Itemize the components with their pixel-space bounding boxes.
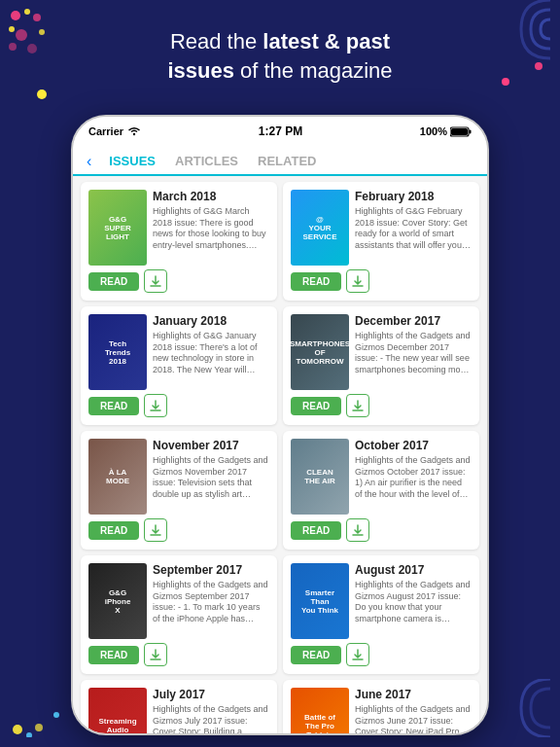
download-icon <box>352 649 364 660</box>
cover-image: G&GiPhoneX <box>88 563 147 639</box>
issue-description: Highlights of the Gadgets and Gizmos Jul… <box>153 704 269 733</box>
issue-cover: SMARTPHONESOF TOMORROW <box>291 314 349 390</box>
read-button[interactable]: READ <box>291 272 341 291</box>
issue-title: January 2018 <box>153 314 269 328</box>
download-button[interactable] <box>346 643 369 666</box>
tab-issues[interactable]: ISSUES <box>99 148 165 176</box>
issue-actions: READ <box>291 269 472 293</box>
issue-info: September 2017 Highlights of the Gadgets… <box>153 563 269 639</box>
issue-info: February 2018 Highlights of G&G February… <box>355 190 472 266</box>
read-button[interactable]: READ <box>88 521 139 540</box>
svg-point-9 <box>13 725 22 734</box>
issue-cover: CLEANTHE AIR <box>291 439 349 515</box>
issue-top: G&GSUPERLIGHT March 2018 Highlights of G… <box>88 190 269 266</box>
issue-title: August 2017 <box>355 563 472 577</box>
issue-description: Highlights of the Gadgets and Gizmos Dec… <box>355 331 472 376</box>
issue-cover: À LAMODE <box>88 439 147 515</box>
issue-description: Highlights of the Gadgets and Gizmos Jun… <box>355 704 472 733</box>
issue-info: October 2017 Highlights of the Gadgets a… <box>355 439 472 515</box>
read-button[interactable]: READ <box>291 521 341 540</box>
issue-top: StreamingAudio July 2017 Highlights of t… <box>88 688 269 733</box>
download-button[interactable] <box>144 269 167 293</box>
download-icon <box>150 649 161 660</box>
download-icon <box>150 400 161 411</box>
accent-dot-left <box>37 89 47 99</box>
status-time: 1:27 PM <box>259 124 302 138</box>
issue-card: SmarterThanYou Think August 2017 Highlig… <box>283 555 479 674</box>
download-icon <box>352 275 364 287</box>
battery-icon <box>450 126 472 137</box>
svg-point-12 <box>133 133 135 135</box>
issue-top: G&GiPhoneX September 2017 Highlights of … <box>88 563 269 639</box>
accent-dot-bl <box>53 712 59 718</box>
svg-point-3 <box>33 14 41 21</box>
issue-actions: READ <box>88 518 269 542</box>
download-button[interactable] <box>346 269 369 293</box>
cover-image: SMARTPHONESOF TOMORROW <box>291 314 349 390</box>
issue-card: @YOURSERVICE February 2018 Highlights of… <box>283 182 479 301</box>
tab-related[interactable]: RELATED <box>248 148 326 174</box>
download-icon <box>352 400 364 411</box>
status-right: 100% <box>420 125 472 137</box>
issue-actions: READ <box>88 643 269 666</box>
issue-cover: G&GiPhoneX <box>88 563 147 639</box>
issue-title: February 2018 <box>355 190 472 203</box>
cover-image: TechTrends2018 <box>88 314 147 390</box>
read-button[interactable]: READ <box>88 272 139 291</box>
download-button[interactable] <box>144 643 167 666</box>
battery-label: 100% <box>420 125 447 137</box>
issue-title: December 2017 <box>355 314 472 328</box>
cover-image: StreamingAudio <box>88 688 147 733</box>
tab-bar: ‹ ISSUES ARTICLES RELATED <box>73 142 487 176</box>
issue-cover: @YOURSERVICE <box>291 190 349 266</box>
issue-top: @YOURSERVICE February 2018 Highlights of… <box>291 190 472 266</box>
header-title: Read the latest & pastissues of the maga… <box>0 27 560 85</box>
issue-row: StreamingAudio July 2017 Highlights of t… <box>81 680 479 733</box>
issue-cover: TechTrends2018 <box>88 314 147 390</box>
issues-list[interactable]: G&GSUPERLIGHT March 2018 Highlights of G… <box>73 176 487 733</box>
issue-description: Highlights of the Gadgets and Gizmos Oct… <box>355 455 472 501</box>
issue-info: January 2018 Highlights of G&G January 2… <box>153 314 269 390</box>
read-button[interactable]: READ <box>291 646 341 664</box>
read-button[interactable]: READ <box>291 397 341 415</box>
carrier-label: Carrier <box>88 125 123 137</box>
issue-title: June 2017 <box>355 688 472 701</box>
download-button[interactable] <box>144 394 167 417</box>
decoration-bottom-right <box>492 679 550 737</box>
cover-image: @YOURSERVICE <box>291 190 349 266</box>
issue-description: Highlights of G&G February 2018 issue: C… <box>355 206 472 252</box>
issue-cover: SmarterThanYou Think <box>291 563 349 639</box>
issue-card: À LAMODE November 2017 Highlights of the… <box>81 431 277 550</box>
issue-card: Battle ofThe ProTablets June 2017 Highli… <box>283 680 479 733</box>
svg-point-1 <box>24 9 30 15</box>
read-button[interactable]: READ <box>88 397 139 415</box>
svg-point-10 <box>26 732 32 737</box>
download-icon <box>352 524 364 536</box>
download-button[interactable] <box>144 518 167 542</box>
issue-actions: READ <box>88 394 269 417</box>
svg-rect-15 <box>451 128 468 135</box>
cover-image: À LAMODE <box>88 439 147 515</box>
issue-description: Highlights of the Gadgets and Gizmos Aug… <box>355 580 472 625</box>
read-button[interactable]: READ <box>88 646 139 664</box>
download-button[interactable] <box>346 518 369 542</box>
phone-mockup: Carrier 1:27 PM 100% ‹ ISS <box>71 115 489 735</box>
issue-row: À LAMODE November 2017 Highlights of the… <box>81 431 479 550</box>
status-left: Carrier <box>88 125 141 137</box>
download-button[interactable] <box>346 394 369 417</box>
issue-title: October 2017 <box>355 439 472 452</box>
issue-top: TechTrends2018 January 2018 Highlights o… <box>88 314 269 390</box>
issue-row: G&GiPhoneX September 2017 Highlights of … <box>81 555 479 674</box>
back-button[interactable]: ‹ <box>87 153 91 170</box>
wifi-icon <box>127 126 141 136</box>
issue-cover: StreamingAudio <box>88 688 147 733</box>
issue-description: Highlights of the Gadgets and Gizmos Nov… <box>153 455 269 501</box>
decoration-bottom-left <box>10 698 49 737</box>
tab-articles[interactable]: ARTICLES <box>165 148 248 174</box>
issue-actions: READ <box>291 643 472 666</box>
issue-info: November 2017 Highlights of the Gadgets … <box>153 439 269 515</box>
issue-top: CLEANTHE AIR October 2017 Highlights of … <box>291 439 472 515</box>
issue-title: September 2017 <box>153 563 269 577</box>
issue-info: July 2017 Highlights of the Gadgets and … <box>153 688 269 733</box>
status-bar: Carrier 1:27 PM 100% <box>73 117 487 142</box>
